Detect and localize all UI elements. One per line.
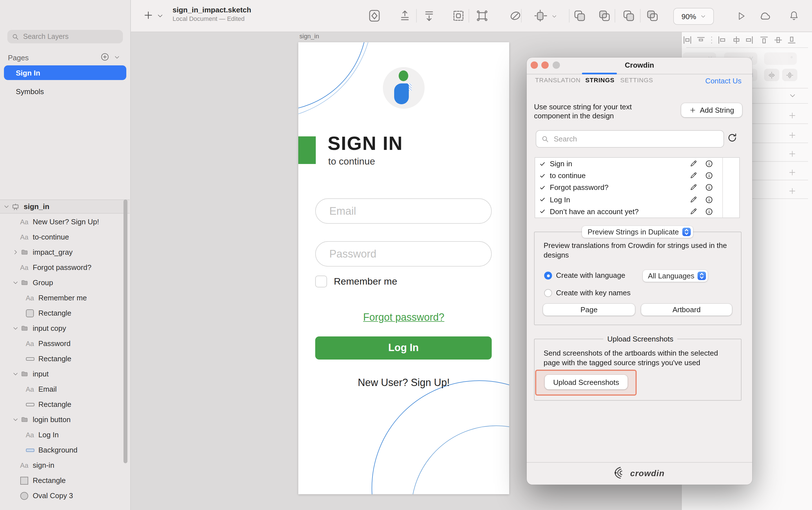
layer-row-sign-in[interactable]: Aasign-in bbox=[0, 458, 123, 473]
more-options-button[interactable] bbox=[706, 35, 717, 47]
rotation-field[interactable]: ° bbox=[764, 52, 797, 65]
string-info-button[interactable] bbox=[705, 195, 713, 204]
flip-horizontal-button[interactable] bbox=[764, 69, 779, 81]
chevron-slot[interactable] bbox=[11, 279, 19, 286]
sign-up-link[interactable]: New User? Sign Up! bbox=[298, 377, 509, 389]
layer-row-rectangle[interactable]: Rectangle bbox=[0, 473, 123, 488]
boolean-difference-button[interactable] bbox=[646, 9, 659, 23]
layer-row-log-in[interactable]: AaLog In bbox=[0, 427, 123, 442]
radio-unselected-icon[interactable] bbox=[544, 289, 552, 297]
layer-row-oval-copy-3[interactable]: Oval Copy 3 bbox=[0, 488, 123, 503]
chevron-slot[interactable] bbox=[11, 416, 19, 423]
layer-row-group[interactable]: Group bbox=[0, 275, 123, 290]
ungroup-button[interactable] bbox=[475, 9, 489, 23]
collapse-pages-chevron[interactable] bbox=[114, 54, 120, 60]
layer-row-rectangle[interactable]: Rectangle bbox=[0, 305, 123, 321]
string-row-3[interactable]: Log In bbox=[535, 193, 739, 205]
tab-translation[interactable]: TRANSLATION bbox=[535, 77, 581, 83]
string-row-1[interactable]: to continue bbox=[535, 170, 739, 181]
insert-menu-chevron[interactable] bbox=[157, 12, 164, 19]
refresh-strings-button[interactable] bbox=[727, 132, 737, 143]
align-center-horizontal-button[interactable] bbox=[731, 35, 742, 47]
add-page-button[interactable] bbox=[100, 52, 109, 61]
create-with-language-option[interactable]: Create with language bbox=[544, 271, 625, 280]
group-button[interactable] bbox=[452, 9, 465, 23]
vector-tool-button[interactable] bbox=[509, 9, 522, 23]
layer-row-remember-me[interactable]: AaRemember me bbox=[0, 290, 123, 305]
layer-row-email[interactable]: AaEmail bbox=[0, 382, 123, 397]
tab-strings[interactable]: STRINGS bbox=[585, 77, 614, 83]
collapse-section-chevron[interactable] bbox=[789, 92, 796, 99]
layer-row-new-user-sign-up-[interactable]: AaNew User? Sign Up! bbox=[0, 214, 123, 229]
boolean-intersect-button[interactable] bbox=[622, 9, 636, 23]
language-dropdown[interactable]: All Languages bbox=[643, 270, 708, 282]
boolean-union-button[interactable] bbox=[573, 9, 586, 23]
flip-vertical-button[interactable] bbox=[782, 69, 798, 81]
artboard-button[interactable]: Artboard bbox=[641, 304, 732, 316]
edit-string-button[interactable] bbox=[690, 172, 698, 180]
string-row-0[interactable]: Sign in bbox=[535, 158, 739, 170]
log-in-button[interactable]: Log In bbox=[315, 336, 492, 360]
boolean-subtract-button[interactable] bbox=[598, 9, 611, 23]
layer-row-password[interactable]: AaPassword bbox=[0, 336, 123, 351]
sidebar-page-symbols[interactable]: Symbols bbox=[4, 84, 126, 99]
distribute-up-button[interactable] bbox=[398, 9, 412, 23]
upload-screenshots-button[interactable]: Upload Screenshots bbox=[545, 375, 628, 389]
sidebar-scrollbar[interactable] bbox=[123, 200, 127, 463]
layer-row-rectangle[interactable]: Rectangle bbox=[0, 397, 123, 412]
string-row-2[interactable]: Forgot password? bbox=[535, 182, 739, 193]
zoom-level-select[interactable]: 90% bbox=[673, 8, 714, 25]
add-style-button[interactable] bbox=[788, 168, 797, 177]
add-string-button[interactable]: Add String bbox=[681, 103, 742, 117]
search-layers-field[interactable] bbox=[7, 30, 123, 43]
insert-button[interactable] bbox=[143, 9, 154, 21]
page-button[interactable]: Page bbox=[543, 304, 635, 316]
notifications-button[interactable] bbox=[788, 9, 800, 22]
string-row-4[interactable]: Don’t have an account yet? bbox=[535, 206, 739, 217]
edit-string-button[interactable] bbox=[690, 207, 698, 216]
symbol-tool-button[interactable] bbox=[368, 9, 381, 23]
layer-row-rectangle[interactable]: Rectangle bbox=[0, 351, 123, 366]
chevron-slot[interactable] bbox=[2, 204, 10, 210]
strings-list-scroll-gutter[interactable] bbox=[722, 158, 731, 217]
artboard-name-label[interactable]: sign_in bbox=[299, 33, 319, 39]
string-info-button[interactable] bbox=[705, 183, 713, 192]
search-layers-input[interactable] bbox=[22, 32, 109, 41]
distribute-vertical-button[interactable] bbox=[696, 35, 706, 47]
chevron-slot[interactable] bbox=[11, 249, 19, 255]
layer-row-input-copy[interactable]: input copy bbox=[0, 321, 123, 336]
cloud-sync-button[interactable] bbox=[758, 9, 772, 22]
edit-string-button[interactable] bbox=[690, 183, 698, 192]
align-bottom-button[interactable] bbox=[787, 35, 797, 47]
align-middle-button[interactable] bbox=[773, 35, 783, 47]
layer-row-forgot-password-[interactable]: AaForgot password? bbox=[0, 260, 123, 275]
distribute-down-button[interactable] bbox=[422, 9, 436, 23]
radio-selected-icon[interactable] bbox=[544, 272, 552, 280]
string-info-button[interactable] bbox=[705, 172, 713, 180]
string-info-button[interactable] bbox=[705, 159, 713, 168]
layer-row-input[interactable]: input bbox=[0, 366, 123, 382]
add-style-button[interactable] bbox=[788, 186, 797, 196]
align-left-button[interactable] bbox=[717, 35, 727, 47]
forgot-password-link[interactable]: Forgot password? bbox=[298, 312, 509, 324]
preview-strings-dropdown[interactable]: Preview Strings in Duplicate bbox=[582, 226, 693, 238]
contact-us-link[interactable]: Contact Us bbox=[705, 77, 742, 85]
chevron-slot[interactable] bbox=[11, 371, 19, 377]
add-style-button[interactable] bbox=[788, 131, 797, 140]
distribute-horizontal-button[interactable] bbox=[682, 35, 692, 47]
layer-row-login-button[interactable]: login button bbox=[0, 412, 123, 427]
sign-in-artboard[interactable]: SIGN IN to continue Remember me Forgot p… bbox=[298, 42, 509, 494]
sidebar-page-sign-in[interactable]: Sign In bbox=[4, 65, 126, 80]
string-info-button[interactable] bbox=[705, 207, 713, 216]
artboard-layer-header[interactable]: sign_in bbox=[0, 200, 130, 214]
strings-search-input[interactable] bbox=[553, 134, 713, 144]
layer-row-background[interactable]: Background bbox=[0, 442, 123, 458]
password-field[interactable] bbox=[315, 241, 492, 267]
align-top-button[interactable] bbox=[759, 35, 769, 47]
chevron-slot[interactable] bbox=[11, 325, 19, 331]
preview-button[interactable] bbox=[736, 11, 747, 22]
add-style-button[interactable] bbox=[788, 149, 797, 158]
edit-string-button[interactable] bbox=[690, 159, 698, 168]
align-right-button[interactable] bbox=[744, 35, 754, 47]
email-field[interactable] bbox=[315, 198, 492, 224]
